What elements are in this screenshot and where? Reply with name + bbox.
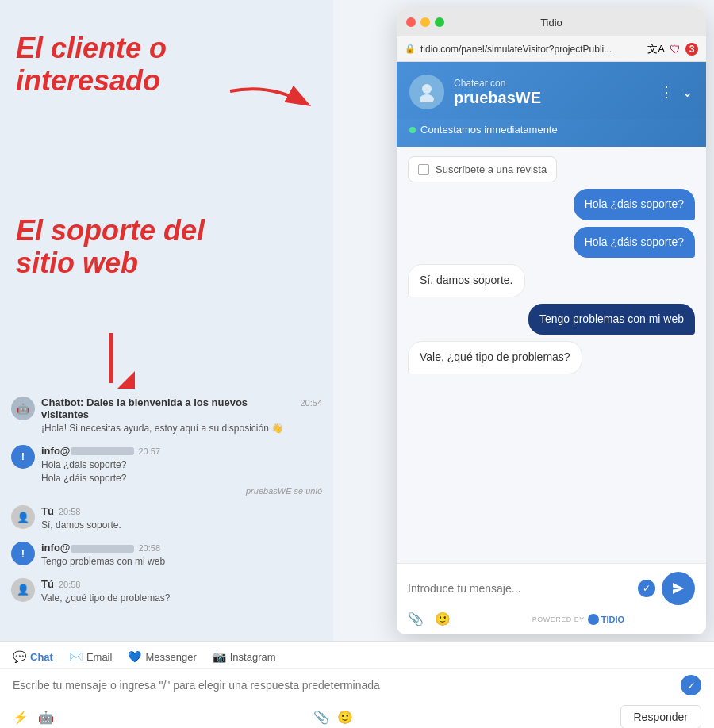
- log-entry-user1: ! info@ 20:57 Hola ¿dais soporte? Hola ¿…: [11, 445, 322, 496]
- log-header-bot: Chatbot: Dales la bienvenida a los nuevo…: [41, 397, 322, 420]
- chat-send-button[interactable]: [662, 572, 695, 605]
- bottom-respond-icons: 📎 🙂: [313, 710, 353, 725]
- bottom-actions: ⚡ 🤖 📎 🙂 Responder: [0, 702, 714, 728]
- chat-widget: Chatear con pruebasWE ⋮ ⌄ Contestamos in…: [397, 62, 706, 634]
- powered-by-label: POWERED BY: [532, 615, 585, 623]
- user1-redacted: [71, 447, 134, 455]
- user1-avatar: !: [11, 445, 35, 469]
- browser-titlebar: Tidio: [397, 8, 706, 36]
- bottom-input-row: ✓: [0, 669, 714, 702]
- chat-tab-icon: 💬: [13, 650, 26, 663]
- log-entry-me2: 👤 Tú 20:58 Vale, ¿qué tipo de problemas?: [11, 578, 322, 605]
- user1-status: pruebasWE se unió: [41, 486, 322, 496]
- me2-avatar: 👤: [11, 578, 35, 602]
- bottom-emoji-icon[interactable]: 🙂: [337, 710, 353, 725]
- bottom-bot-icon[interactable]: 🤖: [38, 710, 54, 725]
- more-options-icon[interactable]: ⋮: [659, 83, 674, 101]
- notification-icon[interactable]: 3: [685, 43, 698, 56]
- msg-outgoing-2: Hola ¿dáis soporte?: [574, 227, 695, 259]
- subscribe-checkbox[interactable]: [418, 164, 429, 175]
- log-entry-me1: 👤 Tú 20:58 Sí, damos soporte.: [11, 505, 322, 532]
- log-header-me1: Tú 20:58: [41, 505, 322, 517]
- log-header-user1: info@ 20:57: [41, 445, 322, 457]
- instagram-tab-label: Instagram: [230, 651, 276, 663]
- chat-tab-label: Chat: [30, 651, 53, 663]
- browser-window: Tidio 🔒 tidio.com/panel/simulateVisitor?…: [397, 8, 706, 634]
- log-entry-user2: ! info@ 20:58 Tengo problemas con mi web: [11, 542, 322, 569]
- bottom-attach-icon[interactable]: 📎: [313, 710, 329, 725]
- chevron-down-icon[interactable]: ⌄: [681, 83, 693, 101]
- traffic-light-green[interactable]: [435, 17, 444, 27]
- me2-text: Vale, ¿qué tipo de problemas?: [41, 592, 322, 605]
- email-tab-label: Email: [86, 651, 113, 663]
- support-annotation: El soporte del sitio web: [16, 214, 205, 280]
- msg-incoming-1: Sí, damos soporte.: [408, 264, 525, 297]
- msg-incoming-2: Vale, ¿qué tipo de problemas?: [408, 341, 582, 374]
- user1-text: Hola ¿dais soporte? Hola ¿dáis soporte?: [41, 458, 322, 485]
- me1-text: Sí, damos soporte.: [41, 519, 322, 532]
- bot-name: Chatbot: Dales la bienvenida a los nuevo…: [41, 397, 295, 420]
- tab-instagram[interactable]: 📷 Instagram: [213, 650, 276, 663]
- avatar-person-icon: [416, 82, 437, 102]
- svg-point-2: [422, 84, 432, 94]
- subscribe-message: Suscríbete a una revista: [408, 156, 557, 182]
- online-status-dot: [409, 127, 416, 133]
- messenger-tab-label: Messenger: [145, 651, 196, 663]
- chat-header: Chatear con pruebasWE ⋮ ⌄: [397, 62, 706, 119]
- chat-agent-avatar: [409, 75, 444, 109]
- browser-icons: 文A 🛡 3: [647, 42, 698, 56]
- me2-time: 20:58: [59, 580, 81, 589]
- bottom-send-check[interactable]: ✓: [681, 675, 701, 695]
- user2-text: Tengo problemas con mi web: [41, 555, 322, 569]
- respond-button[interactable]: Responder: [620, 705, 702, 728]
- user2-time: 20:58: [139, 543, 161, 553]
- bot-time: 20:54: [300, 398, 322, 408]
- user2-redacted: [71, 545, 134, 553]
- shield-icon: 🛡: [670, 43, 681, 56]
- chat-check-icon: ✓: [638, 580, 655, 597]
- chat-header-info: Chatear con pruebasWE: [454, 78, 650, 107]
- tab-chat[interactable]: 💬 Chat: [13, 650, 53, 663]
- log-header-me2: Tú 20:58: [41, 578, 322, 590]
- chat-status-bar: Contestamos inmediatamente: [397, 119, 706, 147]
- bottom-bar: 💬 Chat ✉️ Email 💙 Messenger 📷 Instagram …: [0, 641, 714, 728]
- msg-outgoing-1: Hola ¿dais soporte?: [574, 189, 695, 220]
- support-label: El soporte del sitio web: [16, 214, 205, 280]
- tab-messenger[interactable]: 💙 Messenger: [128, 650, 196, 663]
- bottom-message-input[interactable]: [13, 679, 673, 692]
- tidio-label: TIDIO: [601, 615, 624, 624]
- bottom-lightning-icon[interactable]: ⚡: [13, 710, 29, 725]
- tidio-dot: [588, 614, 599, 625]
- chat-agent-name: pruebasWE: [454, 89, 650, 107]
- chat-input-area: ✓ 📎 🙂 POWERED BY TIDIO: [397, 563, 706, 634]
- me1-avatar: 👤: [11, 505, 35, 529]
- respond-button-label: Responder: [634, 711, 689, 723]
- translate-icon[interactable]: 文A: [647, 42, 665, 56]
- chat-header-actions: ⋮ ⌄: [659, 83, 693, 101]
- tab-email[interactable]: ✉️ Email: [69, 650, 113, 663]
- instagram-tab-icon: 📷: [213, 650, 226, 663]
- me1-time: 20:58: [59, 507, 81, 516]
- bot-text: ¡Hola! Si necesitas ayuda, estoy aquí a …: [41, 422, 322, 435]
- subscribe-text: Suscríbete a una revista: [436, 163, 547, 175]
- lock-icon: 🔒: [405, 44, 416, 54]
- tidio-badge: TIDIO: [588, 614, 624, 625]
- user1-name: info@: [41, 445, 134, 457]
- browser-addressbar: 🔒 tidio.com/panel/simulateVisitor?projec…: [397, 36, 706, 62]
- chat-message-input[interactable]: [408, 582, 631, 595]
- arrow-right-icon: [222, 75, 317, 123]
- user2-avatar: !: [11, 542, 35, 565]
- emoji-icon[interactable]: 🙂: [435, 611, 451, 626]
- log-content-me2: Tú 20:58 Vale, ¿qué tipo de problemas?: [41, 578, 322, 605]
- chat-toolbar: 📎 🙂 POWERED BY TIDIO: [408, 611, 695, 626]
- attachment-icon[interactable]: 📎: [408, 611, 424, 626]
- log-content-user2: info@ 20:58 Tengo problemas con mi web: [41, 542, 322, 569]
- traffic-light-red[interactable]: [406, 17, 416, 27]
- chat-messages: Suscríbete a una revista Hola ¿dais sopo…: [397, 147, 706, 563]
- powered-by: POWERED BY TIDIO: [462, 614, 695, 625]
- log-header-user2: info@ 20:58: [41, 542, 322, 554]
- client-label: El cliente o interesado: [16, 32, 167, 98]
- traffic-light-yellow[interactable]: [420, 17, 430, 27]
- status-text: Contestamos inmediatamente: [420, 124, 558, 136]
- client-annotation: El cliente o interesado: [16, 32, 167, 98]
